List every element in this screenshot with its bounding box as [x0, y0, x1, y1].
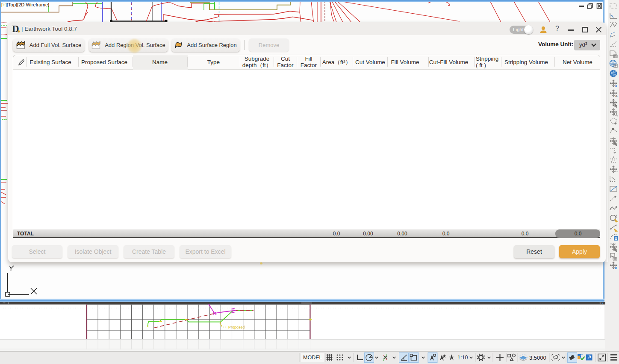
svg-text:#: # — [615, 84, 617, 88]
svg-text:Proposed: Proposed — [228, 325, 245, 329]
svg-text:A: A — [615, 94, 618, 98]
svg-text:#: # — [615, 266, 617, 269]
